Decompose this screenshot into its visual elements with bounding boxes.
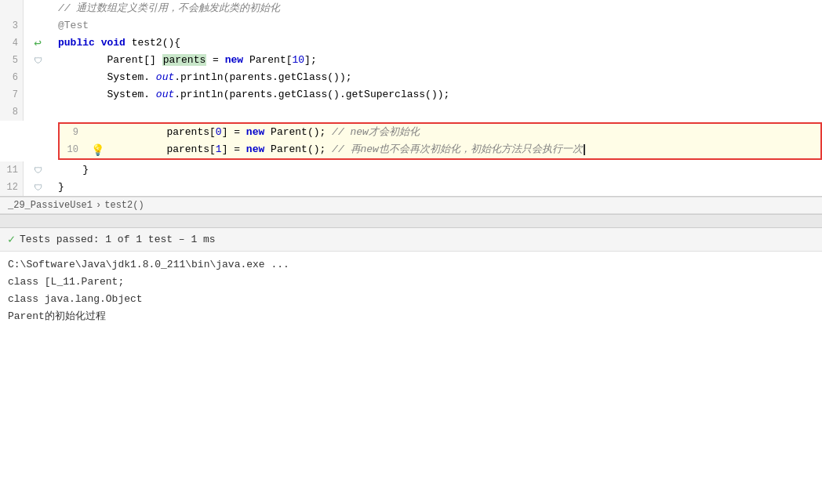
console-line-3: class java.lang.Object <box>8 291 814 308</box>
gutter: 🛡 <box>24 161 52 179</box>
gutter <box>24 69 52 86</box>
test-passed-bar: ✓ Tests passed: 1 of 1 test – 1 ms <box>0 228 822 252</box>
boxed-line-number: 10 <box>60 141 83 158</box>
line-number: 12 <box>0 179 24 196</box>
gutter: 🛡 <box>24 179 52 196</box>
shield-icon-12: 🛡 <box>34 183 42 193</box>
boxed-line-10: 10 💡 parents[1] = new Parent(); // 再new也… <box>60 141 820 158</box>
code-line-6: 6 System. out.println(parents.getClass()… <box>0 69 822 86</box>
breadcrumb-separator: › <box>96 200 101 211</box>
shield-icon: 🛡 <box>34 56 42 66</box>
console-line-2: class [L_11.Parent; <box>8 274 814 291</box>
code-line-12: 12 🛡 } <box>0 179 822 196</box>
breadcrumb-file[interactable]: _29_PassiveUse1 <box>8 200 93 211</box>
boxed-gutter: 💡 <box>83 143 111 157</box>
line-number <box>0 0 24 17</box>
code-content[interactable]: // 通过数组定义类引用，不会触发此类的初始化 <box>52 0 822 17</box>
arrow-green-icon: ↩ <box>34 35 42 51</box>
line-number: 8 <box>0 103 24 121</box>
line-number: 5 <box>0 52 24 69</box>
boxed-content[interactable]: parents[0] = new Parent(); // new才会初始化 <box>111 124 820 141</box>
lightbulb-icon: 💡 <box>91 143 104 157</box>
code-line-8: 8 <box>0 103 822 121</box>
code-content[interactable]: Parent[] parents = new Parent[10]; <box>52 52 822 69</box>
test-check-icon: ✓ <box>8 232 15 247</box>
gutter: 🛡 <box>24 52 52 69</box>
code-container: // 通过数组定义类引用，不会触发此类的初始化 3 @Test 4 ↩ publ… <box>0 0 822 196</box>
breadcrumb-method[interactable]: test2() <box>104 200 144 211</box>
code-line-5: 5 🛡 Parent[] parents = new Parent[10]; <box>0 52 822 69</box>
line-number: 11 <box>0 161 24 179</box>
output-area: ✓ Tests passed: 1 of 1 test – 1 ms C:\So… <box>0 228 822 330</box>
code-line-4: 4 ↩ public void test2(){ <box>0 34 822 52</box>
console-output: C:\Software\Java\jdk1.8.0_211\bin\java.e… <box>0 252 822 330</box>
code-line-11: 11 🛡 } <box>0 161 822 179</box>
code-content[interactable]: } <box>52 179 822 196</box>
test-passed-text: Tests passed: 1 of 1 test – 1 ms <box>20 234 216 245</box>
panel-separator <box>0 214 822 228</box>
code-line-7: 7 System. out.println(parents.getClass()… <box>0 86 822 103</box>
gutter: ↩ <box>24 34 52 52</box>
gutter <box>24 103 52 121</box>
console-line-1: C:\Software\Java\jdk1.8.0_211\bin\java.e… <box>8 256 814 274</box>
boxed-content[interactable]: parents[1] = new Parent(); // 再new也不会再次初… <box>111 141 820 158</box>
console-boxed-text: Parent的初始化过程 <box>8 310 106 322</box>
boxed-section: 9 parents[0] = new Parent(); // new才会初始化… <box>58 122 822 160</box>
line-number: 6 <box>0 69 24 86</box>
breadcrumb-bar: _29_PassiveUse1 › test2() <box>0 197 822 214</box>
code-content[interactable] <box>52 103 822 121</box>
gutter <box>24 17 52 34</box>
line-number: 7 <box>0 86 24 103</box>
code-content[interactable]: System. out.println(parents.getClass()); <box>52 69 822 86</box>
code-content[interactable]: System. out.println(parents.getClass().g… <box>52 86 822 103</box>
editor-area: // 通过数组定义类引用，不会触发此类的初始化 3 @Test 4 ↩ publ… <box>0 0 822 197</box>
code-line-3: 3 @Test <box>0 17 822 34</box>
code-content[interactable]: public void test2(){ <box>52 34 822 52</box>
code-content[interactable]: @Test <box>52 17 822 34</box>
line-number: 4 <box>0 34 24 52</box>
gutter <box>24 0 52 17</box>
shield-icon-11: 🛡 <box>34 165 42 176</box>
code-line-comment: // 通过数组定义类引用，不会触发此类的初始化 <box>0 0 822 17</box>
code-content[interactable]: } <box>52 161 822 179</box>
boxed-line-9: 9 parents[0] = new Parent(); // new才会初始化 <box>60 124 820 141</box>
boxed-line-number: 9 <box>60 124 83 141</box>
line-number: 3 <box>0 17 24 34</box>
gutter <box>24 86 52 103</box>
console-line-4: Parent的初始化过程 <box>8 308 814 325</box>
